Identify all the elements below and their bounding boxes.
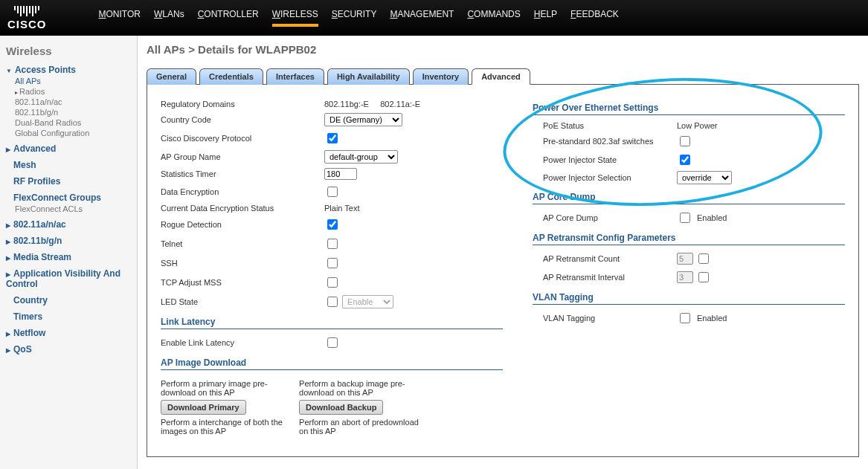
lbl-tcp: TCP Adjust MSS bbox=[161, 278, 324, 287]
sidebar-group[interactable]: Timers bbox=[13, 311, 132, 322]
tab-panel: Regulatory Domains 802.11bg:-E 802.11a:-… bbox=[147, 85, 859, 457]
topnav-item-feedback[interactable]: FEEDBACK bbox=[570, 9, 619, 27]
sidebar-item-global-config[interactable]: Global Configuration bbox=[15, 129, 132, 138]
sidebar-group[interactable]: Mesh bbox=[13, 160, 132, 170]
val-cur-enc: Plain Text bbox=[324, 204, 360, 213]
lbl-poe-status: PoE Status bbox=[543, 121, 677, 130]
tabs: GeneralCredentialsInterfacesHigh Availab… bbox=[147, 68, 859, 85]
sidebar-item-radio[interactable]: 802.11a/n/ac bbox=[15, 97, 132, 106]
val-poe-status: Low Power bbox=[677, 121, 717, 130]
download-backup-desc1: Perform a backup image pre-download on t… bbox=[299, 379, 429, 397]
panel-left-column: Regulatory Domains 802.11bg:-E 802.11a:-… bbox=[161, 95, 503, 439]
topnav-item-wlans[interactable]: WLANs bbox=[154, 9, 184, 27]
chk-cdp[interactable] bbox=[327, 133, 338, 143]
lbl-ap-group: AP Group Name bbox=[161, 152, 324, 161]
lbl-ssh: SSH bbox=[161, 259, 324, 268]
lbl-telnet: Telnet bbox=[161, 239, 324, 248]
select-led[interactable]: Enable bbox=[342, 295, 393, 308]
select-pinj[interactable]: override bbox=[677, 171, 732, 184]
input-retx-int[interactable] bbox=[677, 271, 693, 283]
sidebar-item-all-aps[interactable]: All APs bbox=[15, 77, 132, 85]
tab-interfaces[interactable]: Interfaces bbox=[266, 68, 324, 85]
sidebar-group[interactable]: QoS bbox=[6, 344, 132, 355]
input-stats-timer[interactable] bbox=[324, 168, 357, 180]
sidebar-group[interactable]: Application Visibility And Control bbox=[6, 268, 132, 289]
chk-core-dump[interactable] bbox=[680, 213, 690, 223]
topnav-item-monitor[interactable]: MONITOR bbox=[99, 9, 141, 27]
sidebar-group[interactable]: FlexConnect Groups bbox=[13, 193, 132, 203]
sidebar-group[interactable]: 802.11a/n/ac bbox=[6, 219, 132, 230]
sidebar-group[interactable]: Netflow bbox=[6, 328, 132, 338]
chk-pinj-state[interactable] bbox=[680, 155, 690, 165]
chk-telnet[interactable] bbox=[327, 239, 338, 249]
sidebar-group[interactable]: Advanced bbox=[6, 143, 132, 154]
brand-logo: CISCO bbox=[7, 6, 47, 30]
download-primary-desc1: Perform a primary image pre-download on … bbox=[161, 379, 291, 397]
sidebar-item-radios[interactable]: Radios bbox=[15, 87, 132, 96]
sidebar-item-radio[interactable]: Dual-Band Radios bbox=[15, 118, 132, 127]
lbl-pinj-state: Power Injector State bbox=[543, 155, 677, 164]
lbl-retx-int: AP Retransmit Interval bbox=[543, 273, 677, 282]
sidebar-item-radio[interactable]: 802.11b/g/n bbox=[15, 108, 132, 117]
sidebar-group-access-points[interactable]: Access Points bbox=[6, 65, 132, 75]
sidebar-title: Wireless bbox=[6, 45, 131, 57]
lbl-cur-enc: Current Data Encryption Status bbox=[161, 204, 324, 213]
lbl-vlan: VLAN Tagging bbox=[543, 314, 677, 323]
section-vlan: VLAN Tagging bbox=[533, 292, 845, 305]
tab-inventory[interactable]: Inventory bbox=[413, 68, 469, 85]
lbl-reg-domains: Regulatory Domains bbox=[161, 100, 324, 109]
lbl-link-latency: Enable Link Latency bbox=[161, 338, 324, 347]
chk-link-latency[interactable] bbox=[327, 337, 338, 348]
download-primary-col: Perform a primary image pre-download on … bbox=[161, 376, 291, 439]
lbl-led: LED State bbox=[161, 297, 324, 306]
sidebar-group[interactable]: RF Profiles bbox=[13, 176, 132, 187]
lbl-core-dump: AP Core Dump bbox=[543, 213, 677, 222]
panel-right-column: Power Over Ethernet Settings PoE Status … bbox=[533, 95, 845, 439]
lbl-cdp: Cisco Discovery Protocol bbox=[161, 134, 324, 143]
section-poe: Power Over Ethernet Settings bbox=[533, 103, 845, 115]
tab-advanced[interactable]: Advanced bbox=[472, 68, 530, 85]
download-primary-button[interactable]: Download Primary bbox=[161, 400, 246, 415]
input-retx-count[interactable] bbox=[677, 253, 693, 265]
topbar: CISCO MONITORWLANsCONTROLLERWIRELESSSECU… bbox=[0, 0, 868, 36]
chk-vlan[interactable] bbox=[680, 313, 690, 323]
chk-tcp[interactable] bbox=[327, 277, 338, 288]
lbl-retx-count: AP Retransmit Count bbox=[543, 254, 677, 263]
chk-prestd[interactable] bbox=[680, 136, 690, 146]
download-backup-desc2: Perform an abort of predownload on this … bbox=[299, 418, 429, 436]
download-primary-desc2: Perform a interchange of both the images… bbox=[161, 418, 291, 436]
tab-credentials[interactable]: Credentials bbox=[199, 68, 263, 85]
topnav-item-commands[interactable]: COMMANDS bbox=[467, 9, 520, 27]
section-core-dump: AP Core Dump bbox=[533, 192, 845, 204]
section-link-latency: Link Latency bbox=[161, 317, 503, 329]
lbl-country-code: Country Code bbox=[161, 115, 324, 124]
chk-retx-int[interactable] bbox=[698, 272, 709, 282]
chk-led[interactable] bbox=[327, 297, 338, 307]
topnav-item-security[interactable]: SECURITY bbox=[332, 9, 377, 27]
topnav-item-help[interactable]: HELP bbox=[534, 9, 557, 27]
main-content: All APs > Details for WLAPPB02 GeneralCr… bbox=[138, 36, 868, 469]
sidebar-group[interactable]: Country bbox=[13, 295, 132, 305]
topnav-item-wireless[interactable]: WIRELESS bbox=[272, 9, 318, 27]
chk-ssh[interactable] bbox=[327, 258, 338, 268]
sidebar-item-flexconnect-acls[interactable]: FlexConnect ACLs bbox=[15, 204, 132, 213]
page-title: All APs > Details for WLAPPB02 bbox=[147, 43, 859, 56]
select-ap-group[interactable]: default-group bbox=[324, 150, 398, 164]
select-country-code[interactable]: DE (Germany) bbox=[324, 113, 402, 126]
sidebar-group[interactable]: Media Stream bbox=[6, 252, 132, 262]
cisco-bars-icon bbox=[14, 6, 39, 16]
top-nav: MONITORWLANsCONTROLLERWIRELESSSECURITYMA… bbox=[99, 9, 619, 27]
section-retx: AP Retransmit Config Parameters bbox=[533, 233, 845, 245]
chk-retx-count[interactable] bbox=[698, 253, 709, 264]
chk-rogue[interactable] bbox=[327, 219, 338, 230]
chk-data-enc[interactable] bbox=[327, 187, 338, 197]
lbl-core-enable: Enabled bbox=[697, 213, 727, 222]
lbl-rogue: Rogue Detection bbox=[161, 220, 324, 229]
topnav-item-management[interactable]: MANAGEMENT bbox=[390, 9, 454, 27]
tab-high-availability[interactable]: High Availability bbox=[327, 68, 410, 85]
sidebar-group[interactable]: 802.11b/g/n bbox=[6, 236, 132, 246]
tab-general[interactable]: General bbox=[147, 68, 196, 85]
download-backup-button[interactable]: Download Backup bbox=[299, 400, 383, 415]
topnav-item-controller[interactable]: CONTROLLER bbox=[198, 9, 259, 27]
brand-name: CISCO bbox=[7, 18, 47, 30]
